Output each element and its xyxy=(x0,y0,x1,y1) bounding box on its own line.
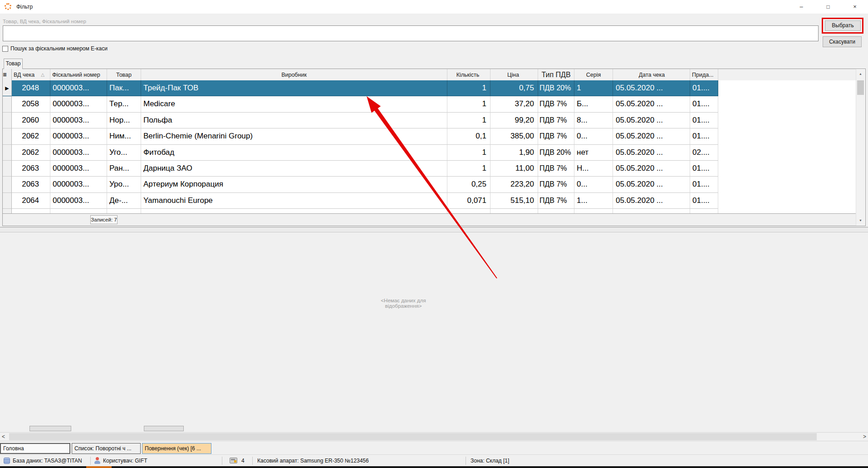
cell-maker: Yamanouchi Europe xyxy=(141,193,447,209)
cell-prida: 01.... xyxy=(690,113,718,128)
taskbar-button-home[interactable]: Головна xyxy=(0,443,70,454)
cell-prida: 01.... xyxy=(690,161,718,177)
vertical-scrollbar-thumb[interactable] xyxy=(857,80,864,95)
cell-prida: 01.... xyxy=(690,177,718,192)
cell-price: 515,10 xyxy=(490,193,538,209)
cell-qty: 0,1 xyxy=(447,128,490,144)
column-header-vat[interactable]: Тип ПДВ xyxy=(538,69,574,80)
database-icon xyxy=(4,458,10,464)
table-row[interactable]: ▶ 2048 0000003... Пак... Трейд-Пак ТОВ 1… xyxy=(3,80,865,96)
tab-tovar[interactable]: Товар xyxy=(4,59,23,69)
column-header-vd-cheka[interactable]: ВД чека△ xyxy=(12,69,50,80)
cell-fiscal: 0000003... xyxy=(50,96,107,112)
cell-qty: 1 xyxy=(447,145,490,161)
cell-fiscal: 0000003... xyxy=(50,161,107,177)
cell-vd-cheka: 2064 xyxy=(12,193,50,209)
row-indicator xyxy=(3,161,12,177)
cell-vd-cheka: 2060 xyxy=(12,113,50,128)
scroll-down-icon[interactable]: ▼ xyxy=(856,216,865,225)
vertical-scrollbar[interactable]: ▲ ▼ xyxy=(856,69,865,225)
column-header-fiscal[interactable]: Фіскальний номер xyxy=(50,69,107,80)
cell-maker: Berlin-Chemie (Menarini Group) xyxy=(141,128,447,144)
column-header-qty[interactable]: Кількість xyxy=(447,69,490,80)
column-chooser-icon[interactable]: ≣ xyxy=(3,69,12,80)
cell-tovar: Ним... xyxy=(107,128,141,144)
cell-tovar: Пак... xyxy=(107,80,141,96)
filter-window: Фільтр – □ × Товар, ВД чека, Фіскальний … xyxy=(0,0,868,468)
taskbar-button-list[interactable]: Список: Поворотні ч ... xyxy=(72,443,141,454)
scroll-left-icon[interactable]: < xyxy=(2,433,5,441)
column-header-date[interactable]: Дата чека xyxy=(613,69,690,80)
cell-seria: 1... xyxy=(574,193,613,209)
empty-data-message: <Немає даних для відображення> xyxy=(362,298,445,309)
table-row[interactable]: 2067 0000003... С... А... 1 21,00 ПДВ 7%… xyxy=(3,209,865,213)
cell-maker: Трейд-Пак ТОВ xyxy=(141,80,447,96)
cell-tovar: Уго... xyxy=(107,145,141,161)
scroll-right-icon[interactable]: > xyxy=(863,433,866,441)
cancel-button[interactable]: Скасувати xyxy=(823,36,862,47)
status-zone: Зона: Склад [1] xyxy=(471,458,509,464)
pane-splitter xyxy=(0,227,868,232)
column-header-prida[interactable]: Прида... xyxy=(690,69,718,80)
grid-rows: ▶ 2048 0000003... Пак... Трейд-Пак ТОВ 1… xyxy=(3,80,865,213)
select-button[interactable]: Выбрать xyxy=(825,20,861,31)
cell-prida: 01.... xyxy=(690,128,718,144)
close-button[interactable]: × xyxy=(844,0,865,14)
cell-date: 05.05.2020 ... xyxy=(613,113,690,128)
cell-seria xyxy=(574,209,613,213)
status-separator xyxy=(466,457,466,465)
table-row[interactable]: 2062 0000003... Ним... Berlin-Chemie (Me… xyxy=(3,128,865,144)
cell-seria: 0... xyxy=(574,177,613,192)
cell-vd-cheka: 2058 xyxy=(12,96,50,112)
cell-price: 1,90 xyxy=(490,145,538,161)
table-row[interactable]: 2063 0000003... Уро... Артериум Корпорац… xyxy=(3,177,865,192)
cell-prida: 01.... xyxy=(690,209,718,213)
cell-seria: Н... xyxy=(574,161,613,177)
column-header-price[interactable]: Ціна xyxy=(490,69,538,80)
cell-price: 223,20 xyxy=(490,177,538,192)
status-separator xyxy=(252,457,253,465)
table-row[interactable]: 2060 0000003... Нор... Польфа 1 99,20 ПД… xyxy=(3,113,865,128)
column-header-maker[interactable]: Виробник xyxy=(141,69,447,80)
cell-price: 99,20 xyxy=(490,113,538,128)
ecash-checkbox[interactable] xyxy=(2,46,8,52)
cell-prida: 01.... xyxy=(690,96,718,112)
column-header-seria[interactable]: Серія xyxy=(574,69,613,80)
title-bar: Фільтр – □ × xyxy=(0,0,868,14)
column-header-label: ВД чека xyxy=(14,72,34,78)
horizontal-scrollbar-thumb[interactable] xyxy=(9,433,817,440)
cell-seria: 8... xyxy=(574,113,613,128)
products-grid: ≣ ВД чека△ Фіскальний номер Товар Виробн… xyxy=(2,69,866,226)
cell-vd-cheka: 2063 xyxy=(12,161,50,177)
cell-price: 21,00 xyxy=(490,209,538,213)
table-row[interactable]: 2064 0000003... Де-... Yamanouchi Europe… xyxy=(3,193,865,209)
taskbar-button-return-check[interactable]: Повернення (чек) [6 ... xyxy=(142,443,211,454)
horizontal-scrollbar[interactable]: < > xyxy=(0,432,868,441)
minimize-button[interactable]: – xyxy=(791,0,812,14)
table-row[interactable]: 2063 0000003... Ран... Дарница ЗАО 1 11,… xyxy=(3,161,865,177)
cell-seria: 0... xyxy=(574,128,613,144)
maximize-button[interactable]: □ xyxy=(818,0,839,14)
filter-label: Товар, ВД чека, Фіскальний номер xyxy=(3,19,86,24)
table-row[interactable]: 2058 0000003... Тер... Medicare 1 37,20 … xyxy=(3,96,865,112)
cell-price: 11,00 xyxy=(490,161,538,177)
filter-input[interactable] xyxy=(3,25,819,41)
column-header-tovar[interactable]: Товар xyxy=(107,69,141,80)
row-indicator xyxy=(3,128,12,144)
cell-vat: ПДВ 7% xyxy=(538,161,574,177)
cell-vd-cheka: 2048 xyxy=(12,80,50,96)
dock-fragment xyxy=(144,426,184,431)
grid-footer: Записей: 7 xyxy=(3,213,856,226)
cell-qty: 1 xyxy=(447,113,490,128)
taskbar-accent xyxy=(86,466,112,468)
cell-prida: 01.... xyxy=(690,193,718,209)
row-indicator xyxy=(3,113,12,128)
scroll-up-icon[interactable]: ▲ xyxy=(856,69,865,79)
cell-date: 05.05.2020 ... xyxy=(613,193,690,209)
table-row[interactable]: 2062 0000003... Уго... Фитобад 1 1,90 ПД… xyxy=(3,145,865,161)
cell-tovar: Уро... xyxy=(107,177,141,192)
cell-qty: 1 xyxy=(447,161,490,177)
cell-fiscal: 0000003... xyxy=(50,80,107,96)
cell-vat: ПДВ 7% xyxy=(538,193,574,209)
grid-header: ≣ ВД чека△ Фіскальний номер Товар Виробн… xyxy=(3,69,856,81)
